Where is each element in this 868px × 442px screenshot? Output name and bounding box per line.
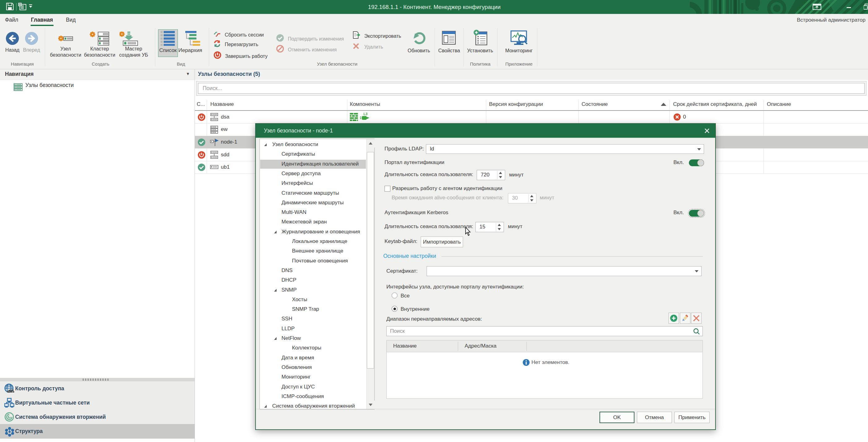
svg-text:L3: L3 [364, 112, 368, 116]
